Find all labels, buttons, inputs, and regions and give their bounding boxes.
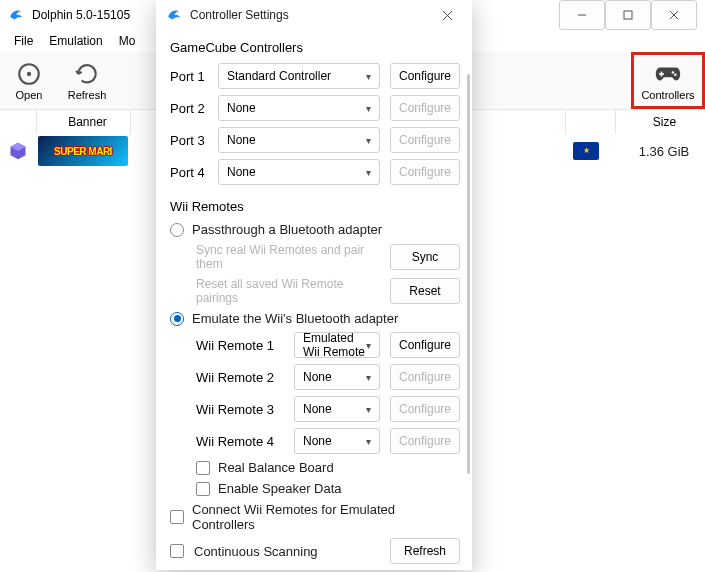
wii-remote-1-select[interactable]: Emulated Wii Remote▾: [294, 332, 380, 358]
close-button[interactable]: [651, 0, 697, 30]
gc-port-3-select[interactable]: None▾: [218, 127, 380, 153]
connect-emu-row[interactable]: Connect Wii Remotes for Emulated Control…: [170, 502, 460, 532]
gc-port-2-label: Port 2: [170, 101, 208, 116]
continuous-checkbox[interactable]: [170, 544, 184, 558]
emulate-radio-row[interactable]: Emulate the Wii's Bluetooth adapter: [170, 311, 460, 326]
window-controls: [559, 0, 697, 30]
wii-remote-3-label: Wii Remote 3: [196, 402, 284, 417]
wii-remote-3-configure-button[interactable]: Configure: [390, 396, 460, 422]
gc-port-4-select[interactable]: None▾: [218, 159, 380, 185]
passthrough-label: Passthrough a Bluetooth adapter: [192, 222, 382, 237]
col-region[interactable]: [565, 110, 615, 134]
wii-remote-4-select[interactable]: None▾: [294, 428, 380, 454]
passthrough-radio[interactable]: [170, 223, 184, 237]
controller-icon: [655, 61, 681, 87]
balance-board-checkbox[interactable]: [196, 461, 210, 475]
platform-cell: [0, 134, 36, 168]
connect-emu-label: Connect Wii Remotes for Emulated Control…: [192, 502, 460, 532]
controller-settings-dialog: Controller Settings GameCube Controllers…: [156, 0, 472, 570]
gc-port-1-configure-button[interactable]: Configure: [390, 63, 460, 89]
wii-remote-2-configure-button[interactable]: Configure: [390, 364, 460, 390]
wii-remote-2-row: Wii Remote 2 None▾ Configure: [196, 364, 460, 390]
refresh-label: Refresh: [68, 89, 107, 101]
svg-point-5: [27, 71, 31, 75]
maximize-icon: [623, 10, 633, 20]
svg-point-8: [672, 71, 674, 73]
wii-remote-1-label: Wii Remote 1: [196, 338, 284, 353]
gc-port-2-select[interactable]: None▾: [218, 95, 380, 121]
minimize-button[interactable]: [559, 0, 605, 30]
svg-rect-1: [624, 11, 632, 19]
chevron-down-icon: ▾: [366, 340, 371, 351]
emulate-radio[interactable]: [170, 312, 184, 326]
emulate-label: Emulate the Wii's Bluetooth adapter: [192, 311, 398, 326]
wii-remote-2-select[interactable]: None▾: [294, 364, 380, 390]
menu-file[interactable]: File: [6, 32, 41, 50]
speaker-checkbox[interactable]: [196, 482, 210, 496]
open-button[interactable]: Open: [0, 52, 58, 109]
reset-button[interactable]: Reset: [390, 278, 460, 304]
region-cell: [565, 134, 615, 168]
game-banner: SUPER MARI: [38, 136, 128, 166]
gc-port-2-configure-button[interactable]: Configure: [390, 95, 460, 121]
wii-remote-3-select[interactable]: None▾: [294, 396, 380, 422]
wii-section-title: Wii Remotes: [170, 199, 460, 214]
wii-remote-4-configure-button[interactable]: Configure: [390, 428, 460, 454]
dialog-close-button[interactable]: [432, 10, 462, 21]
disc-icon: [16, 61, 42, 87]
col-size[interactable]: Size: [615, 110, 705, 134]
wii-remote-4-label: Wii Remote 4: [196, 434, 284, 449]
wii-refresh-button[interactable]: Refresh: [390, 538, 460, 564]
size-cell: 1.36 GiB: [615, 134, 705, 168]
sync-button[interactable]: Sync: [390, 244, 460, 270]
minimize-icon: [577, 10, 587, 20]
continuous-label: Continuous Scanning: [194, 544, 380, 559]
dialog-body: GameCube Controllers Port 1 Standard Con…: [156, 30, 472, 570]
connect-emu-checkbox[interactable]: [170, 510, 184, 524]
gc-port-1-label: Port 1: [170, 69, 208, 84]
open-label: Open: [16, 89, 43, 101]
col-banner[interactable]: Banner: [36, 110, 130, 134]
passthrough-radio-row[interactable]: Passthrough a Bluetooth adapter: [170, 222, 460, 237]
sync-label: Sync real Wii Remotes and pair them: [196, 243, 380, 271]
refresh-button[interactable]: Refresh: [58, 52, 116, 109]
controllers-button[interactable]: Controllers: [631, 52, 705, 109]
menu-more[interactable]: Mo: [111, 32, 144, 50]
eu-flag-icon: [573, 142, 599, 160]
sync-row: Sync real Wii Remotes and pair them Sync: [196, 243, 460, 271]
dialog-titlebar: Controller Settings: [156, 0, 472, 30]
speaker-row[interactable]: Enable Speaker Data: [196, 481, 460, 496]
gc-port-4-configure-button[interactable]: Configure: [390, 159, 460, 185]
chevron-down-icon: ▾: [366, 436, 371, 447]
gc-port-1-row: Port 1 Standard Controller▾ Configure: [170, 63, 460, 89]
chevron-down-icon: ▾: [366, 167, 371, 178]
reset-row: Reset all saved Wii Remote pairings Rese…: [196, 277, 460, 305]
continuous-row: Continuous Scanning Refresh: [170, 538, 460, 564]
speaker-label: Enable Speaker Data: [218, 481, 342, 496]
gc-port-3-configure-button[interactable]: Configure: [390, 127, 460, 153]
wii-remote-1-configure-button[interactable]: Configure: [390, 332, 460, 358]
scroll-area: GameCube Controllers Port 1 Standard Con…: [170, 36, 460, 564]
svg-point-9: [674, 73, 676, 75]
chevron-down-icon: ▾: [366, 103, 371, 114]
gc-port-1-select[interactable]: Standard Controller▾: [218, 63, 380, 89]
wii-remote-1-row: Wii Remote 1 Emulated Wii Remote▾ Config…: [196, 332, 460, 358]
wii-remote-3-row: Wii Remote 3 None▾ Configure: [196, 396, 460, 422]
gc-port-4-label: Port 4: [170, 165, 208, 180]
maximize-button[interactable]: [605, 0, 651, 30]
dialog-scrollbar[interactable]: [467, 74, 470, 474]
dialog-title: Controller Settings: [190, 8, 432, 22]
balance-board-label: Real Balance Board: [218, 460, 334, 475]
banner-cell: SUPER MARI: [36, 134, 130, 168]
col-platform[interactable]: [0, 110, 36, 134]
balance-board-row[interactable]: Real Balance Board: [196, 460, 460, 475]
menu-emulation[interactable]: Emulation: [41, 32, 110, 50]
gc-section-title: GameCube Controllers: [170, 40, 460, 55]
gc-port-4-row: Port 4 None▾ Configure: [170, 159, 460, 185]
dolphin-logo-icon: [8, 6, 26, 24]
close-icon: [669, 10, 679, 20]
svg-rect-7: [659, 73, 664, 75]
chevron-down-icon: ▾: [366, 372, 371, 383]
close-icon: [442, 10, 453, 21]
chevron-down-icon: ▾: [366, 404, 371, 415]
